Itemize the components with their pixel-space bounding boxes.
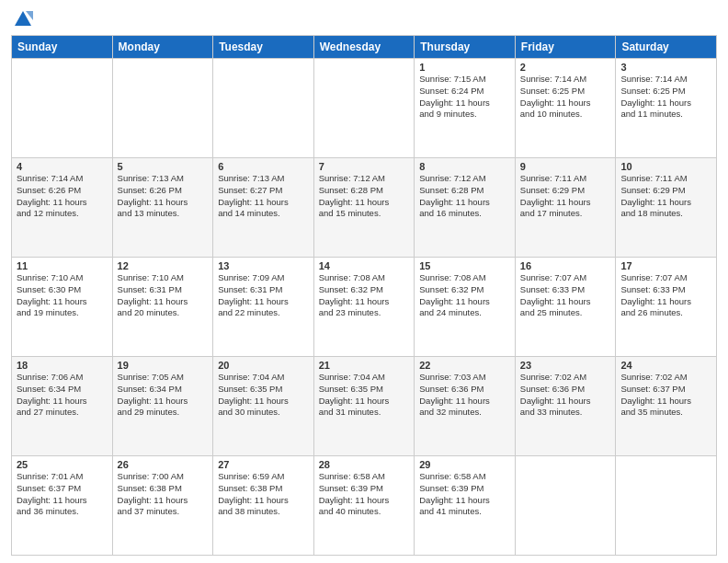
calendar-cell: 24Sunrise: 7:02 AM Sunset: 6:37 PM Dayli… — [616, 357, 717, 456]
day-info: Sunrise: 7:15 AM Sunset: 6:24 PM Dayligh… — [419, 74, 510, 121]
day-info: Sunrise: 7:08 AM Sunset: 6:32 PM Dayligh… — [419, 272, 510, 319]
calendar-cell — [12, 59, 113, 158]
column-header-friday: Friday — [515, 36, 616, 59]
page-header — [11, 9, 717, 29]
calendar-cell: 4Sunrise: 7:14 AM Sunset: 6:26 PM Daylig… — [12, 158, 113, 258]
calendar-cell — [515, 456, 616, 556]
day-number: 20 — [218, 360, 309, 371]
column-header-sunday: Sunday — [12, 36, 113, 59]
calendar-cell — [112, 59, 213, 158]
logo — [11, 9, 33, 29]
calendar-table: SundayMondayTuesdayWednesdayThursdayFrid… — [11, 35, 717, 556]
column-header-wednesday: Wednesday — [313, 36, 415, 59]
day-info: Sunrise: 7:05 AM Sunset: 6:34 PM Dayligh… — [118, 372, 209, 419]
day-info: Sunrise: 7:10 AM Sunset: 6:31 PM Dayligh… — [118, 272, 209, 319]
day-info: Sunrise: 7:13 AM Sunset: 6:26 PM Dayligh… — [118, 173, 209, 220]
logo-icon — [13, 9, 33, 29]
day-number: 3 — [620, 62, 711, 73]
calendar-cell: 28Sunrise: 6:58 AM Sunset: 6:39 PM Dayli… — [313, 456, 415, 556]
day-number: 5 — [118, 161, 209, 172]
day-number: 13 — [218, 260, 309, 271]
day-number: 11 — [17, 260, 108, 271]
day-info: Sunrise: 7:14 AM Sunset: 6:25 PM Dayligh… — [620, 74, 711, 121]
day-number: 19 — [118, 360, 209, 371]
calendar-cell: 13Sunrise: 7:09 AM Sunset: 6:31 PM Dayli… — [213, 258, 314, 357]
calendar-header-row: SundayMondayTuesdayWednesdayThursdayFrid… — [12, 36, 717, 59]
calendar-week-row: 4Sunrise: 7:14 AM Sunset: 6:26 PM Daylig… — [12, 158, 717, 258]
day-info: Sunrise: 7:12 AM Sunset: 6:28 PM Dayligh… — [319, 173, 410, 220]
day-info: Sunrise: 6:59 AM Sunset: 6:38 PM Dayligh… — [218, 471, 309, 518]
calendar-cell: 10Sunrise: 7:11 AM Sunset: 6:29 PM Dayli… — [616, 158, 717, 258]
day-number: 7 — [319, 161, 410, 172]
calendar-cell: 11Sunrise: 7:10 AM Sunset: 6:30 PM Dayli… — [12, 258, 113, 357]
day-number: 29 — [419, 459, 510, 470]
day-number: 15 — [419, 260, 510, 271]
day-number: 26 — [118, 459, 209, 470]
day-info: Sunrise: 7:03 AM Sunset: 6:36 PM Dayligh… — [419, 372, 510, 419]
calendar-cell: 8Sunrise: 7:12 AM Sunset: 6:28 PM Daylig… — [415, 158, 516, 258]
day-number: 25 — [17, 459, 108, 470]
column-header-thursday: Thursday — [415, 36, 516, 59]
calendar-cell: 5Sunrise: 7:13 AM Sunset: 6:26 PM Daylig… — [112, 158, 213, 258]
calendar-cell: 2Sunrise: 7:14 AM Sunset: 6:25 PM Daylig… — [515, 59, 616, 158]
day-number: 18 — [17, 360, 108, 371]
calendar-cell: 22Sunrise: 7:03 AM Sunset: 6:36 PM Dayli… — [415, 357, 516, 456]
day-number: 14 — [319, 260, 410, 271]
day-number: 6 — [218, 161, 309, 172]
day-info: Sunrise: 7:11 AM Sunset: 6:29 PM Dayligh… — [520, 173, 611, 220]
day-info: Sunrise: 7:02 AM Sunset: 6:36 PM Dayligh… — [520, 372, 611, 419]
calendar-cell: 12Sunrise: 7:10 AM Sunset: 6:31 PM Dayli… — [112, 258, 213, 357]
day-number: 8 — [419, 161, 510, 172]
calendar-cell: 15Sunrise: 7:08 AM Sunset: 6:32 PM Dayli… — [415, 258, 516, 357]
calendar-week-row: 11Sunrise: 7:10 AM Sunset: 6:30 PM Dayli… — [12, 258, 717, 357]
day-info: Sunrise: 7:04 AM Sunset: 6:35 PM Dayligh… — [319, 372, 410, 419]
calendar-cell: 27Sunrise: 6:59 AM Sunset: 6:38 PM Dayli… — [213, 456, 314, 556]
day-info: Sunrise: 6:58 AM Sunset: 6:39 PM Dayligh… — [419, 471, 510, 518]
column-header-tuesday: Tuesday — [213, 36, 314, 59]
day-number: 17 — [620, 260, 711, 271]
day-info: Sunrise: 7:01 AM Sunset: 6:37 PM Dayligh… — [17, 471, 108, 518]
calendar-cell: 17Sunrise: 7:07 AM Sunset: 6:33 PM Dayli… — [616, 258, 717, 357]
calendar-week-row: 1Sunrise: 7:15 AM Sunset: 6:24 PM Daylig… — [12, 59, 717, 158]
day-info: Sunrise: 7:02 AM Sunset: 6:37 PM Dayligh… — [620, 372, 711, 419]
calendar-cell: 18Sunrise: 7:06 AM Sunset: 6:34 PM Dayli… — [12, 357, 113, 456]
day-number: 16 — [520, 260, 611, 271]
day-info: Sunrise: 7:11 AM Sunset: 6:29 PM Dayligh… — [620, 173, 711, 220]
calendar-cell: 1Sunrise: 7:15 AM Sunset: 6:24 PM Daylig… — [415, 59, 516, 158]
day-info: Sunrise: 7:07 AM Sunset: 6:33 PM Dayligh… — [620, 272, 711, 319]
day-info: Sunrise: 7:09 AM Sunset: 6:31 PM Dayligh… — [218, 272, 309, 319]
calendar-cell: 20Sunrise: 7:04 AM Sunset: 6:35 PM Dayli… — [213, 357, 314, 456]
day-info: Sunrise: 7:10 AM Sunset: 6:30 PM Dayligh… — [17, 272, 108, 319]
calendar-cell: 25Sunrise: 7:01 AM Sunset: 6:37 PM Dayli… — [12, 456, 113, 556]
day-number: 21 — [319, 360, 410, 371]
day-info: Sunrise: 6:58 AM Sunset: 6:39 PM Dayligh… — [319, 471, 410, 518]
calendar-cell: 14Sunrise: 7:08 AM Sunset: 6:32 PM Dayli… — [313, 258, 415, 357]
calendar-cell: 29Sunrise: 6:58 AM Sunset: 6:39 PM Dayli… — [415, 456, 516, 556]
day-number: 22 — [419, 360, 510, 371]
calendar-cell — [616, 456, 717, 556]
day-number: 24 — [620, 360, 711, 371]
day-info: Sunrise: 7:08 AM Sunset: 6:32 PM Dayligh… — [319, 272, 410, 319]
day-number: 12 — [118, 260, 209, 271]
day-info: Sunrise: 7:12 AM Sunset: 6:28 PM Dayligh… — [419, 173, 510, 220]
day-number: 27 — [218, 459, 309, 470]
calendar-week-row: 18Sunrise: 7:06 AM Sunset: 6:34 PM Dayli… — [12, 357, 717, 456]
day-number: 10 — [620, 161, 711, 172]
calendar-cell: 7Sunrise: 7:12 AM Sunset: 6:28 PM Daylig… — [313, 158, 415, 258]
calendar-cell: 19Sunrise: 7:05 AM Sunset: 6:34 PM Dayli… — [112, 357, 213, 456]
day-info: Sunrise: 7:14 AM Sunset: 6:26 PM Dayligh… — [17, 173, 108, 220]
column-header-saturday: Saturday — [616, 36, 717, 59]
day-number: 4 — [17, 161, 108, 172]
calendar-cell: 23Sunrise: 7:02 AM Sunset: 6:36 PM Dayli… — [515, 357, 616, 456]
day-info: Sunrise: 7:07 AM Sunset: 6:33 PM Dayligh… — [520, 272, 611, 319]
calendar-cell: 3Sunrise: 7:14 AM Sunset: 6:25 PM Daylig… — [616, 59, 717, 158]
day-number: 2 — [520, 62, 611, 73]
day-number: 1 — [419, 62, 510, 73]
day-info: Sunrise: 7:06 AM Sunset: 6:34 PM Dayligh… — [17, 372, 108, 419]
day-info: Sunrise: 7:00 AM Sunset: 6:38 PM Dayligh… — [118, 471, 209, 518]
day-number: 23 — [520, 360, 611, 371]
calendar-cell — [213, 59, 314, 158]
day-info: Sunrise: 7:14 AM Sunset: 6:25 PM Dayligh… — [520, 74, 611, 121]
calendar-cell: 6Sunrise: 7:13 AM Sunset: 6:27 PM Daylig… — [213, 158, 314, 258]
calendar-cell — [313, 59, 415, 158]
